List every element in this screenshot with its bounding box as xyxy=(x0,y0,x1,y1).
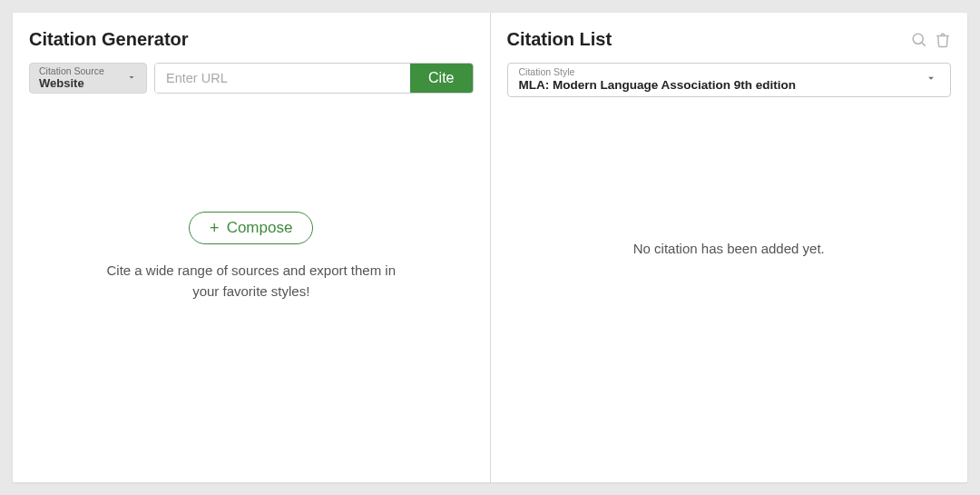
citation-generator-title: Citation Generator xyxy=(29,29,474,50)
svg-point-0 xyxy=(913,34,923,44)
search-icon[interactable] xyxy=(910,31,927,48)
compose-button-label: Compose xyxy=(227,219,293,237)
caret-down-icon xyxy=(925,72,937,88)
url-input[interactable] xyxy=(155,64,410,93)
citation-generator-panel: Citation Generator Citation Source Websi… xyxy=(13,13,491,482)
citation-style-label: Citation Style xyxy=(519,67,940,78)
citation-list-panel: Citation List Citation S xyxy=(491,13,968,482)
svg-line-1 xyxy=(922,43,926,46)
citation-list-actions xyxy=(910,31,951,48)
compose-button[interactable]: + Compose xyxy=(189,212,313,244)
plus-icon: + xyxy=(210,220,220,236)
citation-list-empty-message: No citation has been added yet. xyxy=(491,240,968,255)
caret-down-icon xyxy=(126,70,137,86)
generator-controls-row: Citation Source Website Cite xyxy=(29,63,474,94)
citation-list-title: Citation List xyxy=(507,29,612,50)
generator-empty-area: + Compose Cite a wide range of sources a… xyxy=(29,212,474,302)
trash-icon[interactable] xyxy=(935,32,951,48)
citation-source-value: Website xyxy=(39,77,137,90)
citation-style-select[interactable]: Citation Style MLA: Modern Language Asso… xyxy=(507,63,952,97)
citation-source-label: Citation Source xyxy=(39,66,137,77)
citation-list-header: Citation List xyxy=(507,29,952,50)
cite-button[interactable]: Cite xyxy=(410,64,472,93)
citation-style-value: MLA: Modern Language Association 9th edi… xyxy=(519,78,940,93)
url-input-group: Cite xyxy=(154,63,474,94)
app-container: Citation Generator Citation Source Websi… xyxy=(13,13,967,482)
citation-source-select[interactable]: Citation Source Website xyxy=(29,63,147,94)
generator-description: Cite a wide range of sources and export … xyxy=(106,261,397,302)
